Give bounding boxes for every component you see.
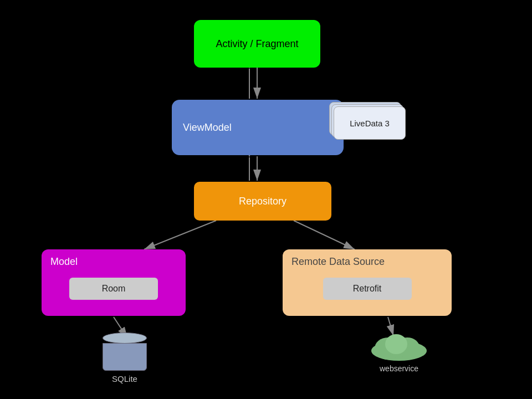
livedata-label: LiveData 3	[350, 119, 390, 128]
svg-point-13	[385, 334, 407, 354]
webservice-container: webservice	[366, 330, 432, 373]
remote-data-source-label: Remote Data Source	[291, 256, 385, 268]
livedata-card-front: LiveData 3	[334, 106, 406, 140]
svg-line-7	[294, 221, 355, 249]
retrofit-card: Retrofit	[323, 278, 412, 300]
model-label: Model	[50, 256, 78, 268]
webservice-label: webservice	[380, 364, 418, 373]
remote-data-source-box: Remote Data Source Retrofit	[283, 249, 452, 316]
activity-fragment-box: Activity / Fragment	[194, 20, 320, 68]
sqlite-cylinder	[103, 332, 147, 371]
room-card: Room	[69, 278, 158, 300]
activity-fragment-label: Activity / Fragment	[216, 38, 298, 50]
repository-label: Repository	[239, 196, 287, 207]
sqlite-container: SQLite	[103, 332, 147, 383]
repository-box: Repository	[194, 182, 331, 221]
diagram-container: Activity / Fragment ViewModel LiveData 3…	[0, 0, 532, 399]
model-box: Model Room	[42, 249, 186, 316]
cylinder-top	[103, 332, 147, 344]
svg-line-6	[144, 221, 216, 249]
room-label: Room	[102, 284, 126, 294]
viewmodel-box: ViewModel LiveData 3	[172, 100, 344, 155]
cylinder-body	[103, 343, 147, 371]
viewmodel-label: ViewModel	[183, 122, 232, 134]
sqlite-label: SQLite	[112, 374, 137, 383]
cloud-icon	[366, 330, 432, 363]
retrofit-label: Retrofit	[353, 284, 382, 294]
